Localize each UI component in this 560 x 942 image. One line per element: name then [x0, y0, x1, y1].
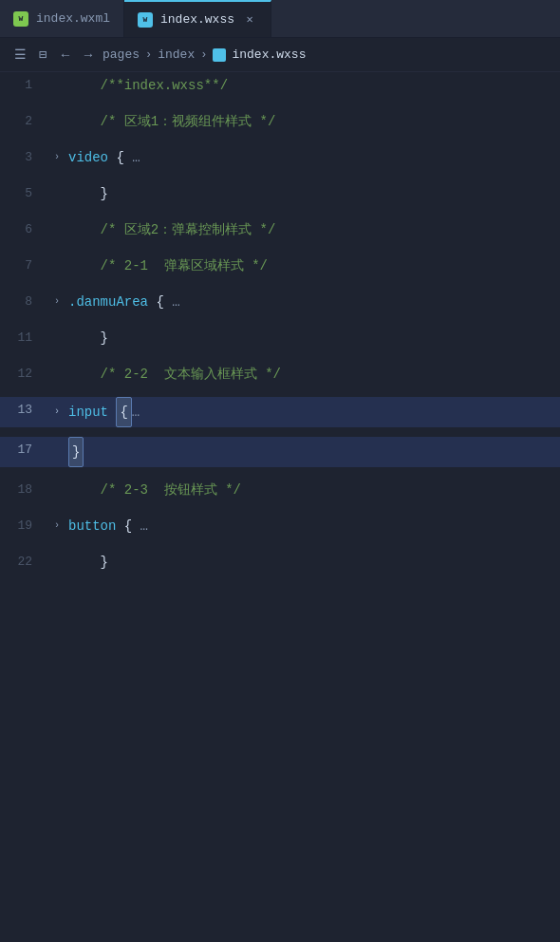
breadcrumb-index: index [158, 47, 195, 62]
breadcrumb-filename: index.wxss [232, 47, 306, 62]
code-line-empty-c [0, 171, 560, 180]
code-line-empty-a [0, 99, 560, 108]
line-number-8: 8 [0, 289, 49, 315]
code-content-7: /* 2-1 弹幕区域样式 */ [65, 253, 560, 279]
back-icon[interactable]: ← [57, 47, 74, 64]
tab-wxss[interactable]: W index.wxss ✕ [124, 0, 271, 37]
bookmark-icon[interactable]: ⊟ [34, 47, 51, 64]
code-line-empty-b [0, 135, 560, 144]
code-line-18: 18 /* 2-3 按钮样式 */ [0, 477, 560, 503]
code-line-empty-d [0, 207, 560, 217]
breadcrumb-pages: pages [103, 47, 140, 62]
code-content-1: /**index.wxss**/ [65, 72, 560, 99]
line-number-2: 2 [0, 108, 49, 135]
code-content-empty-a [65, 99, 560, 108]
tab-wxml-label: index.wxml [36, 11, 110, 26]
wxss-file-icon: W [138, 12, 153, 28]
code-line-1: 1 /**index.wxss**/ [0, 72, 560, 99]
code-content-13: input {… [65, 397, 560, 427]
code-content-22: } [65, 549, 560, 575]
code-content-8: .danmuArea { … [65, 289, 560, 315]
wxml-file-icon: W [13, 11, 28, 27]
code-content-17: } [65, 437, 560, 467]
code-line-17: 17 } [0, 437, 560, 467]
code-line-12: 12 /* 2-2 文本输入框样式 */ [0, 361, 560, 387]
line-number-6: 6 [0, 217, 49, 243]
code-line-empty-k [0, 467, 560, 477]
tab-bar: W index.wxml W index.wxss ✕ [0, 0, 560, 38]
code-line-7: 7 /* 2-1 弹幕区域样式 */ [0, 253, 560, 279]
tab-wxss-label: index.wxss [160, 12, 234, 27]
code-line-empty-m [0, 539, 560, 549]
code-line-empty-h [0, 351, 560, 361]
line-number-11: 11 [0, 325, 49, 351]
breadcrumb-sep-2: › [200, 48, 207, 62]
line-number-19: 19 [0, 513, 49, 539]
fold-arrow-19[interactable]: › [49, 513, 65, 539]
code-line-empty-i [0, 387, 560, 397]
tab-wxml[interactable]: W index.wxml [0, 0, 124, 37]
line-number-empty-a [0, 99, 49, 108]
line-number-3: 3 [0, 144, 49, 171]
fold-spacer-1 [49, 72, 65, 99]
line-number-1: 1 [0, 72, 49, 99]
line-number-12: 12 [0, 361, 49, 387]
line-number-empty-b [0, 135, 49, 144]
code-content-12: /* 2-2 文本输入框样式 */ [65, 361, 560, 387]
fold-arrow-13[interactable]: › [49, 397, 65, 427]
code-content-19: button { … [65, 513, 560, 539]
close-tab-button[interactable]: ✕ [242, 12, 257, 28]
fold-spacer-ea [49, 99, 65, 108]
code-editor: 1 /**index.wxss**/ 2 /* 区域1：视频组件样式 */ 3 … [0, 72, 560, 575]
code-line-11: 11 } [0, 325, 560, 351]
line-number-13: 13 [0, 397, 49, 427]
code-line-empty-g [0, 315, 560, 325]
line-number-7: 7 [0, 253, 49, 279]
code-line-2: 2 /* 区域1：视频组件样式 */ [0, 108, 560, 135]
fold-arrow-3[interactable]: › [49, 144, 65, 171]
code-content-18: /* 2-3 按钮样式 */ [65, 477, 560, 503]
breadcrumb-sep-1: › [145, 48, 152, 62]
code-line-3: 3 › video { … [0, 144, 560, 171]
menu-icon[interactable]: ☰ [11, 47, 28, 64]
line-number-5: 5 [0, 180, 49, 207]
code-content-5: } [65, 180, 560, 207]
code-line-empty-e [0, 243, 560, 253]
code-line-5: 5 } [0, 180, 560, 207]
code-content-2: /* 区域1：视频组件样式 */ [65, 108, 560, 135]
code-line-13: 13 › input {… [0, 397, 560, 427]
code-line-6: 6 /* 区域2：弹幕控制样式 */ [0, 217, 560, 243]
breadcrumb-wxss-icon [213, 48, 226, 62]
code-content-11: } [65, 325, 560, 351]
code-line-empty-j [0, 427, 560, 437]
code-line-22: 22 } [0, 549, 560, 575]
code-content-3: video { … [65, 144, 560, 171]
code-line-empty-f [0, 279, 560, 289]
breadcrumb-bar: ☰ ⊟ ← → pages › index › index.wxss [0, 38, 560, 72]
code-line-8: 8 › .danmuArea { … [0, 289, 560, 315]
line-number-22: 22 [0, 549, 49, 575]
forward-icon[interactable]: → [80, 47, 97, 64]
line-number-18: 18 [0, 477, 49, 503]
fold-spacer-2 [49, 108, 65, 135]
line-number-17: 17 [0, 437, 49, 467]
code-line-19: 19 › button { … [0, 513, 560, 539]
fold-arrow-8[interactable]: › [49, 289, 65, 315]
code-content-6: /* 区域2：弹幕控制样式 */ [65, 217, 560, 243]
code-line-empty-l [0, 503, 560, 513]
